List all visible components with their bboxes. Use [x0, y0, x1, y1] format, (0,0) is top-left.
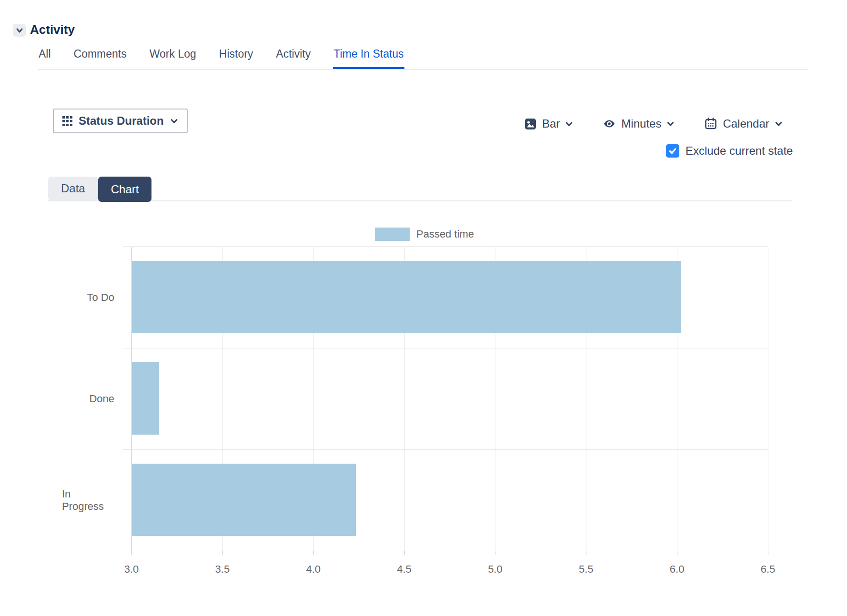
x-tick-label: 5.5	[579, 563, 594, 576]
exclude-current-state-row: Exclude current state	[666, 144, 793, 158]
axis-tick	[313, 551, 314, 555]
gridline	[768, 247, 768, 551]
axis-tick	[222, 551, 223, 555]
chart-type-label: Bar	[542, 117, 560, 130]
view-tabs-separator	[48, 200, 792, 201]
image-icon	[524, 118, 537, 130]
axis-tick	[131, 551, 132, 555]
bar-in-progress[interactable]	[132, 464, 356, 536]
plot-area	[131, 247, 768, 551]
category-labels: To DoDoneIn Progress	[62, 247, 123, 551]
grid-icon	[62, 116, 72, 126]
calendar-label: Calendar	[723, 117, 769, 130]
gridline	[123, 348, 768, 348]
gridline	[123, 551, 768, 551]
gridline	[123, 449, 768, 450]
axis-tick	[404, 551, 405, 555]
x-axis-labels: 3.03.54.04.55.05.56.06.5	[131, 563, 768, 576]
calendar-dropdown[interactable]: Calendar	[704, 117, 782, 130]
check-icon	[668, 147, 677, 155]
bar-chart: Passed time To DoDoneIn Progress 3.03.54…	[62, 223, 787, 585]
tab-comments[interactable]: Comments	[73, 47, 127, 69]
chevron-down-icon	[666, 120, 675, 128]
chevron-down-icon	[15, 26, 24, 35]
category-label: Done	[62, 348, 123, 449]
x-tick-label: 5.0	[488, 563, 503, 576]
x-tick-label: 4.0	[306, 563, 321, 576]
tab-activity[interactable]: Activity	[275, 47, 311, 69]
x-tick-label: 3.0	[124, 563, 139, 576]
axis-tick	[495, 551, 495, 555]
gridline	[123, 247, 768, 247]
legend-passed-time[interactable]: Passed time	[62, 228, 787, 241]
view-tabs: Data Chart	[48, 177, 151, 202]
status-duration-dropdown[interactable]: Status Duration	[53, 109, 188, 133]
tab-history[interactable]: History	[219, 47, 254, 69]
axis-tick	[768, 551, 768, 555]
chevron-down-icon	[775, 120, 783, 128]
tab-data[interactable]: Data	[48, 177, 98, 200]
legend-swatch	[375, 228, 410, 241]
activity-tabs: All Comments Work Log History Activity T…	[38, 47, 808, 70]
bar-done[interactable]	[132, 362, 159, 435]
axis-tick	[677, 551, 677, 555]
tab-chart[interactable]: Chart	[98, 177, 152, 202]
category-label: To Do	[62, 247, 123, 348]
exclude-current-state-label: Exclude current state	[686, 144, 793, 158]
status-duration-label: Status Duration	[79, 114, 164, 128]
page-title: Activity	[30, 22, 75, 37]
chevron-down-icon	[170, 117, 178, 125]
axis-tick	[586, 551, 586, 555]
calendar-icon	[704, 117, 717, 130]
x-tick-label: 6.5	[761, 563, 776, 576]
chart-controls: Bar Minutes Calendar	[524, 111, 783, 136]
tab-all[interactable]: All	[38, 47, 51, 69]
bar-to-do[interactable]	[132, 261, 681, 333]
exclude-current-state-checkbox[interactable]	[666, 144, 679, 158]
chevron-down-icon	[565, 120, 573, 128]
category-label: In Progress	[62, 449, 123, 551]
tab-time-in-status[interactable]: Time In Status	[333, 47, 404, 69]
x-tick-label: 3.5	[215, 563, 230, 576]
tab-work-log[interactable]: Work Log	[149, 47, 197, 69]
activity-collapse-button[interactable]	[13, 24, 26, 37]
legend-label: Passed time	[416, 228, 474, 240]
x-tick-label: 4.5	[397, 563, 412, 576]
unit-label: Minutes	[621, 117, 661, 130]
eye-icon	[603, 117, 616, 130]
unit-dropdown[interactable]: Minutes	[603, 117, 675, 130]
x-tick-label: 6.0	[670, 563, 685, 576]
chart-type-dropdown[interactable]: Bar	[524, 117, 573, 130]
